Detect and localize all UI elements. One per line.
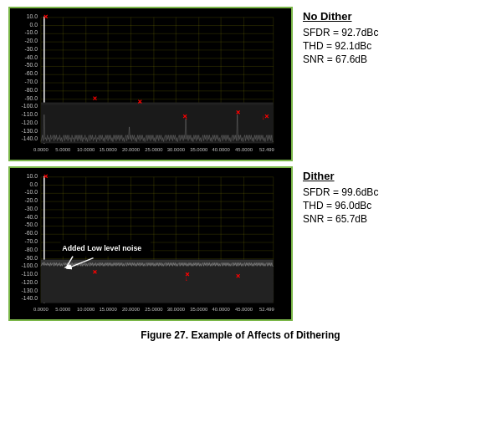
- svg-text:-40.0: -40.0: [24, 54, 38, 60]
- svg-text:-120.0: -120.0: [22, 279, 38, 285]
- svg-text:-130.0: -130.0: [22, 288, 38, 293]
- svg-text:40.0000: 40.0000: [212, 147, 231, 152]
- svg-text:-100.0: -100.0: [22, 262, 38, 268]
- svg-text:-60.0: -60.0: [24, 230, 38, 236]
- main-container: 10.0 0.0 -10.0 -20.0 -30.0 -40.0 -50.0 -…: [8, 7, 473, 341]
- svg-text:-140.0: -140.0: [22, 135, 38, 141]
- svg-text:0.0000: 0.0000: [33, 147, 49, 152]
- svg-text:52.499: 52.499: [259, 147, 274, 152]
- svg-text:35.0000: 35.0000: [190, 147, 208, 152]
- svg-text:10.0000: 10.0000: [77, 147, 95, 152]
- svg-text:-110.0: -110.0: [22, 111, 38, 117]
- chart1-snr: SNR = 67.6dB: [303, 53, 473, 65]
- svg-text:10.0: 10.0: [27, 13, 38, 19]
- svg-text:-90.0: -90.0: [24, 95, 38, 101]
- svg-text:0.0: 0.0: [29, 181, 38, 187]
- svg-text:-30.0: -30.0: [24, 46, 38, 52]
- chart-row-2: 10.0 0.0 -10.0 -20.0 -30.0 -40.0 -50.0 -…: [8, 166, 473, 321]
- svg-text:52.499: 52.499: [259, 307, 274, 312]
- svg-text:35.0000: 35.0000: [190, 307, 208, 312]
- svg-text:-30.0: -30.0: [24, 206, 38, 211]
- svg-text:20.0000: 20.0000: [122, 147, 141, 152]
- svg-text:30.0000: 30.0000: [167, 147, 186, 152]
- svg-text:15.0000: 15.0000: [100, 307, 118, 312]
- chart1-title: No Dither: [303, 10, 473, 23]
- svg-text:15.0000: 15.0000: [100, 147, 118, 152]
- svg-text:10.0: 10.0: [27, 173, 38, 179]
- svg-text:20.0000: 20.0000: [122, 307, 141, 312]
- svg-text:10.0000: 10.0000: [77, 307, 95, 312]
- svg-text:-80.0: -80.0: [24, 247, 38, 252]
- svg-text:-100.0: -100.0: [22, 103, 38, 109]
- svg-text:-20.0: -20.0: [24, 197, 38, 203]
- svg-text:-70.0: -70.0: [24, 79, 38, 84]
- stats-panel-1: No Dither SFDR = 92.7dBc THD = 92.1dBc S…: [299, 7, 473, 65]
- svg-text:-60.0: -60.0: [24, 70, 38, 76]
- svg-text:-80.0: -80.0: [24, 87, 38, 93]
- svg-text:-50.0: -50.0: [24, 62, 38, 68]
- svg-text:0.0: 0.0: [29, 22, 38, 28]
- svg-text:0.0000: 0.0000: [33, 307, 49, 312]
- stats-panel-2: Dither SFDR = 99.6dBc THD = 96.0dBc SNR …: [299, 166, 473, 225]
- svg-rect-57: [41, 104, 274, 141]
- chart2-snr: SNR = 65.7dB: [303, 213, 473, 225]
- svg-text:-20.0: -20.0: [24, 38, 38, 43]
- figure-caption: Figure 27. Example of Affects of Ditheri…: [8, 329, 473, 341]
- svg-text:45.0000: 45.0000: [235, 307, 253, 312]
- svg-text:30.0000: 30.0000: [167, 307, 186, 312]
- svg-text:40.0000: 40.0000: [212, 307, 231, 312]
- svg-text:-140.0: -140.0: [22, 295, 38, 301]
- chart2-sfdr: SFDR = 99.6dBc: [303, 186, 473, 198]
- svg-text:25.0000: 25.0000: [145, 147, 163, 152]
- svg-text:-120.0: -120.0: [22, 120, 38, 125]
- svg-text:45.0000: 45.0000: [235, 147, 253, 152]
- svg-text:Added Low level noise: Added Low level noise: [62, 244, 141, 252]
- svg-text:-70.0: -70.0: [24, 238, 38, 244]
- svg-text:-10.0: -10.0: [24, 189, 38, 195]
- svg-text:-110.0: -110.0: [22, 271, 38, 277]
- svg-text:-90.0: -90.0: [24, 255, 38, 261]
- svg-text:-50.0: -50.0: [24, 221, 38, 227]
- chart-2: 10.0 0.0 -10.0 -20.0 -30.0 -40.0 -50.0 -…: [8, 166, 293, 321]
- chart1-thd: THD = 92.1dBc: [303, 40, 473, 52]
- svg-text:↓: ↓: [262, 114, 265, 121]
- chart-1: 10.0 0.0 -10.0 -20.0 -30.0 -40.0 -50.0 -…: [8, 7, 293, 161]
- svg-text:↓: ↓: [185, 275, 188, 283]
- chart2-title: Dither: [303, 170, 473, 182]
- svg-text:-10.0: -10.0: [24, 29, 38, 35]
- svg-text:5.0000: 5.0000: [55, 147, 71, 152]
- svg-text:-40.0: -40.0: [24, 214, 38, 220]
- svg-text:↓: ↓: [185, 114, 188, 121]
- chart-row-1: 10.0 0.0 -10.0 -20.0 -30.0 -40.0 -50.0 -…: [8, 7, 473, 161]
- chart1-sfdr: SFDR = 92.7dBc: [303, 27, 473, 38]
- svg-text:25.0000: 25.0000: [145, 307, 163, 312]
- svg-text:5.0000: 5.0000: [55, 307, 71, 312]
- svg-text:-130.0: -130.0: [22, 128, 38, 134]
- chart2-thd: THD = 96.0dBc: [303, 200, 473, 211]
